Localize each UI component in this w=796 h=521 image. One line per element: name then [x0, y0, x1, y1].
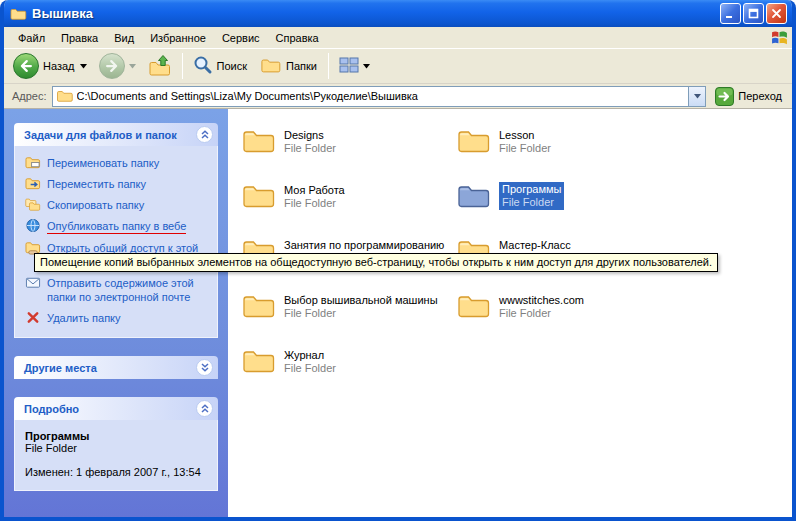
- folder-tile-text: LessonFile Folder: [499, 127, 551, 155]
- details-header[interactable]: Подробно: [14, 397, 218, 420]
- details-body: Программы File Folder Изменен: 1 февраля…: [14, 420, 218, 491]
- folder-tile-text: Выбор вышивальной машиныFile Folder: [284, 292, 438, 320]
- folders-button[interactable]: Папки: [255, 55, 323, 78]
- folder-name: Мастер-Класс: [499, 239, 571, 252]
- task-label: Опубликовать папку в вебе: [47, 219, 186, 234]
- folder-icon: [242, 127, 276, 155]
- folder-tile[interactable]: Выбор вышивальной машиныFile Folder: [242, 292, 452, 347]
- search-button[interactable]: Поиск: [188, 53, 253, 79]
- other-places-header[interactable]: Другие места: [14, 356, 218, 379]
- back-dropdown-icon[interactable]: [80, 64, 87, 69]
- minimize-icon: [725, 8, 736, 19]
- task-link-delete[interactable]: Удалить папку: [25, 311, 209, 325]
- folder-type: File Folder: [502, 196, 561, 209]
- other-places-section: Другие места: [14, 356, 218, 379]
- folder-tile[interactable]: ПрограммыFile Folder: [457, 182, 667, 237]
- menu-view[interactable]: Вид: [106, 29, 142, 47]
- folder-tile-text: ПрограммыFile Folder: [499, 182, 564, 210]
- title-bar: Вышивка: [4, 0, 792, 27]
- details-item-type: File Folder: [25, 442, 209, 454]
- task-link-email[interactable]: Отправить содержимое этой папки по элект…: [25, 276, 209, 304]
- delete-icon: [25, 310, 41, 325]
- toolbar-separator: [182, 53, 183, 79]
- folder-up-icon: [148, 54, 172, 79]
- chevron-down-icon: [200, 363, 210, 372]
- window-title: Вышивка: [32, 6, 720, 21]
- menu-edit[interactable]: Правка: [53, 29, 106, 47]
- address-dropdown-button[interactable]: [688, 87, 705, 106]
- views-button[interactable]: [334, 55, 375, 77]
- file-tasks-header[interactable]: Задачи для файлов и папок: [14, 123, 218, 146]
- task-pane: Задачи для файлов и папок Переименовать …: [4, 109, 228, 517]
- task-link-copy[interactable]: Скопировать папку: [25, 198, 209, 212]
- window-folder-icon: [10, 7, 27, 21]
- folder-tile[interactable]: wwwstitches.comFile Folder: [457, 292, 667, 347]
- forward-dropdown-icon[interactable]: [129, 64, 136, 69]
- address-input[interactable]: [74, 88, 689, 105]
- task-label: Переименовать папку: [47, 156, 159, 170]
- back-arrow-icon: [13, 53, 39, 79]
- menu-tools[interactable]: Сервис: [214, 29, 268, 47]
- move-icon: [25, 176, 41, 191]
- file-tasks-list: Переименовать папкуПереместить папкуСкоп…: [14, 146, 218, 338]
- file-tasks-section: Задачи для файлов и папок Переименовать …: [14, 123, 218, 338]
- folder-tile-text: ЖурналFile Folder: [284, 347, 336, 375]
- folder-name: Designs: [284, 129, 336, 142]
- folder-icon: [242, 292, 276, 320]
- explorer-window: Вышивка Файл Правка Вид Избранное Сервис…: [0, 0, 796, 521]
- task-link-move[interactable]: Переместить папку: [25, 177, 209, 191]
- tooltip: Помещение копий выбранных элементов на о…: [34, 253, 718, 272]
- back-label: Назад: [43, 60, 76, 72]
- close-button[interactable]: [766, 3, 787, 24]
- maximize-icon: [748, 8, 759, 19]
- forward-button[interactable]: [94, 51, 141, 81]
- menu-favorites[interactable]: Избранное: [142, 29, 214, 47]
- folder-type: File Folder: [284, 307, 438, 320]
- menu-help[interactable]: Справка: [268, 29, 327, 47]
- folder-name: Программы: [502, 183, 561, 196]
- chevron-up-icon: [200, 404, 210, 413]
- collapse-button[interactable]: [196, 400, 213, 417]
- forward-arrow-icon: [99, 53, 125, 79]
- folder-type: File Folder: [499, 307, 584, 320]
- folder-tile-text: DesignsFile Folder: [284, 127, 336, 155]
- details-title: Подробно: [24, 403, 79, 415]
- views-dropdown-icon[interactable]: [363, 64, 370, 69]
- file-list-area: DesignsFile Folder LessonFile Folder Моя…: [228, 109, 792, 517]
- address-combo[interactable]: [52, 86, 707, 107]
- minimize-button[interactable]: [720, 3, 741, 24]
- task-link-publish[interactable]: Опубликовать папку в вебе: [25, 219, 209, 234]
- menu-bar: Файл Правка Вид Избранное Сервис Справка: [4, 27, 792, 49]
- toolbar-separator: [328, 53, 329, 79]
- maximize-button[interactable]: [743, 3, 764, 24]
- publish-icon: [25, 218, 41, 233]
- folders-label: Папки: [286, 60, 318, 72]
- task-link-rename[interactable]: Переименовать папку: [25, 156, 209, 170]
- folder-icon: [242, 347, 276, 375]
- toolbar: Назад: [4, 49, 792, 84]
- up-button[interactable]: [143, 52, 177, 81]
- folder-icon: [242, 182, 276, 210]
- folder-tile[interactable]: ЖурналFile Folder: [242, 347, 452, 402]
- go-arrow-icon: [715, 87, 734, 106]
- back-button[interactable]: Назад: [8, 51, 92, 81]
- folder-tile-text: wwwstitches.comFile Folder: [499, 292, 584, 320]
- copy-icon: [25, 197, 41, 212]
- folders-icon: [260, 57, 282, 76]
- folder-tile[interactable]: Моя РаботаFile Folder: [242, 182, 452, 237]
- task-label: Переместить папку: [47, 177, 146, 191]
- details-section: Подробно Программы File Folder Изменен: …: [14, 397, 218, 491]
- go-label: Переход: [738, 90, 782, 102]
- folder-tile[interactable]: LessonFile Folder: [457, 127, 667, 182]
- close-icon: [771, 8, 782, 19]
- collapse-button[interactable]: [196, 126, 213, 143]
- details-item-name: Программы: [25, 430, 209, 442]
- menu-file[interactable]: Файл: [10, 29, 53, 47]
- folder-name: Lesson: [499, 129, 551, 142]
- go-button[interactable]: Переход: [711, 86, 786, 107]
- search-icon: [193, 55, 213, 77]
- views-icon: [339, 57, 359, 75]
- folder-tile[interactable]: DesignsFile Folder: [242, 127, 452, 182]
- expand-button[interactable]: [196, 359, 213, 376]
- file-tasks-title: Задачи для файлов и папок: [24, 129, 177, 141]
